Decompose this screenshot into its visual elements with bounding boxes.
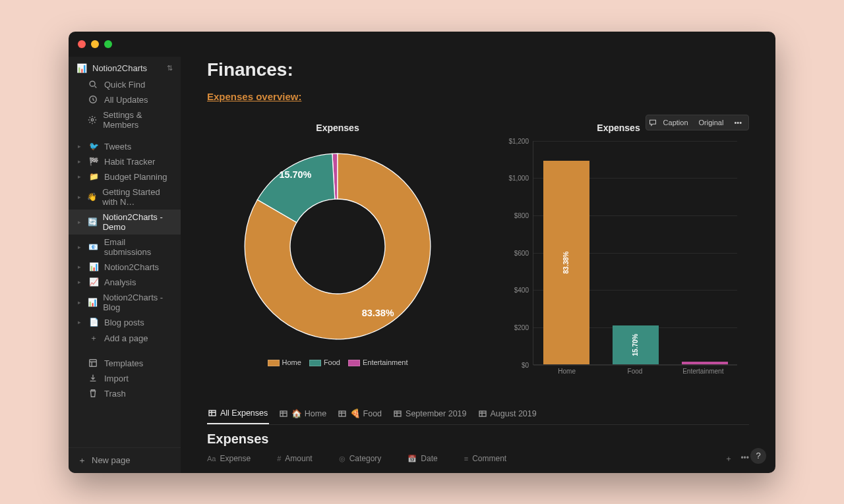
section-link[interactable]: Expenses overview:	[207, 91, 301, 102]
bar	[682, 362, 728, 364]
sidebar-page[interactable]: ▸🏁Habit Tracker	[69, 154, 181, 169]
expand-icon[interactable]: ▸	[78, 279, 83, 285]
template-icon	[88, 358, 99, 368]
db-column-header[interactable]: ≡Comment	[464, 454, 506, 463]
expand-icon[interactable]: ▸	[78, 244, 83, 250]
more-icon[interactable]: •••	[740, 453, 749, 464]
donut-chart: Expenses 15.70%83.38% HomeFoodEntertainm…	[207, 123, 468, 385]
sidebar-settings-members[interactable]: Settings & Members	[69, 107, 181, 132]
svg-rect-12	[280, 411, 287, 416]
expand-icon[interactable]: ▸	[78, 319, 83, 325]
sidebar-page[interactable]: ▸📄Blog posts	[69, 315, 181, 330]
bar-chart: Caption Original ••• Expenses $0$200$400…	[488, 123, 749, 385]
db-column-header[interactable]: 📅Date	[407, 454, 437, 463]
close-window-button[interactable]	[78, 40, 86, 48]
speech-icon[interactable]	[649, 119, 657, 126]
chart-title: Expenses	[597, 123, 640, 133]
chevron-updown-icon: ⇅	[167, 64, 173, 72]
page-icon: 📊	[88, 262, 99, 271]
new-page-button[interactable]: ＋ New page	[69, 447, 181, 473]
sidebar-page[interactable]: ▸🔄Notion2Charts - Demo	[69, 210, 181, 235]
page-icon: 👋	[87, 192, 97, 202]
page-icon: 🐦	[88, 142, 99, 151]
sidebar-page[interactable]: ▸📊Notion2Charts - Blog	[69, 290, 181, 315]
expand-icon[interactable]: ▸	[78, 219, 82, 225]
sidebar-templates[interactable]: Templates	[69, 356, 181, 371]
database-title[interactable]: Expenses	[207, 432, 749, 447]
db-column-header[interactable]: ◎Category	[339, 454, 382, 463]
expand-icon[interactable]: ▸	[78, 299, 82, 306]
page-icon: 📁	[88, 172, 99, 181]
page-icon: 📈	[88, 277, 99, 287]
db-tab[interactable]: September 2019	[392, 403, 467, 424]
svg-rect-8	[90, 360, 97, 367]
chart-title: Expenses	[316, 123, 359, 133]
plus-icon: ＋	[88, 333, 99, 344]
db-tab[interactable]: All Expenses	[207, 403, 269, 424]
sidebar-page[interactable]: ▸📧Email submissions	[69, 235, 181, 260]
original-button[interactable]: Original	[695, 117, 728, 128]
bar: 15.70%	[613, 325, 659, 364]
add-column-button[interactable]: ＋	[725, 453, 733, 464]
help-button[interactable]: ?	[750, 448, 766, 464]
caption-button[interactable]: Caption	[659, 117, 692, 128]
page-title: Finances:	[207, 59, 749, 80]
search-icon	[88, 80, 99, 89]
image-toolbar[interactable]: Caption Original •••	[646, 115, 749, 130]
svg-point-5	[90, 81, 95, 86]
sidebar-page[interactable]: ▸📈Analysis	[69, 275, 181, 290]
expand-icon[interactable]: ▸	[78, 194, 82, 200]
svg-rect-13	[339, 411, 346, 416]
db-column-header[interactable]: #Amount	[277, 454, 312, 463]
sidebar-all-updates[interactable]: All Updates	[69, 92, 181, 107]
db-column-header[interactable]: AaExpense	[207, 454, 251, 463]
legend-item: Entertainment	[348, 358, 407, 366]
expand-icon[interactable]: ▸	[78, 264, 83, 270]
workspace-icon: 📊	[76, 63, 87, 73]
legend-item: Home	[268, 358, 301, 366]
svg-rect-11	[209, 410, 216, 416]
trash-icon	[88, 389, 99, 398]
svg-text:15.70%: 15.70%	[280, 169, 312, 179]
page-icon: 📧	[88, 242, 99, 252]
sidebar-trash[interactable]: Trash	[69, 386, 181, 401]
sidebar-page[interactable]: ▸📁Budget Planning	[69, 169, 181, 184]
sidebar-page[interactable]: ▸📊Notion2Charts	[69, 260, 181, 275]
expand-icon[interactable]: ▸	[78, 158, 83, 165]
gear-icon	[88, 115, 98, 125]
db-tab[interactable]: August 2019	[477, 403, 538, 424]
sidebar-page[interactable]: ▸👋Getting Started with N…	[69, 184, 181, 210]
maximize-window-button[interactable]	[104, 40, 112, 48]
plus-icon: ＋	[78, 455, 86, 466]
more-icon[interactable]: •••	[730, 117, 746, 128]
sidebar-import[interactable]: Import	[69, 371, 181, 386]
db-tab[interactable]: 🍕 Food	[337, 403, 383, 424]
workspace-name: Notion2Charts	[92, 63, 147, 73]
svg-text:83.38%: 83.38%	[362, 308, 394, 318]
expand-icon[interactable]: ▸	[78, 173, 83, 180]
workspace-switcher[interactable]: 📊 Notion2Charts ⇅	[69, 57, 181, 77]
expand-icon[interactable]: ▸	[78, 143, 83, 150]
db-tab[interactable]: 🏠 Home	[278, 403, 328, 424]
import-icon	[88, 374, 99, 383]
minimize-window-button[interactable]	[91, 40, 99, 48]
bar: 83.38%	[543, 161, 589, 364]
legend-item: Food	[309, 358, 340, 366]
sidebar-page[interactable]: ▸🐦Tweets	[69, 139, 181, 154]
page-icon: 📄	[88, 318, 99, 327]
svg-rect-15	[479, 411, 486, 416]
sidebar-quick-find[interactable]: Quick Find	[69, 77, 181, 92]
add-page-button[interactable]: ＋ Add a page	[69, 330, 181, 347]
clock-icon	[88, 95, 99, 104]
svg-point-7	[92, 119, 94, 121]
svg-rect-14	[394, 411, 401, 416]
page-icon: 🔄	[88, 217, 98, 227]
page-icon: 🏁	[88, 157, 99, 166]
page-icon: 📊	[88, 298, 98, 307]
